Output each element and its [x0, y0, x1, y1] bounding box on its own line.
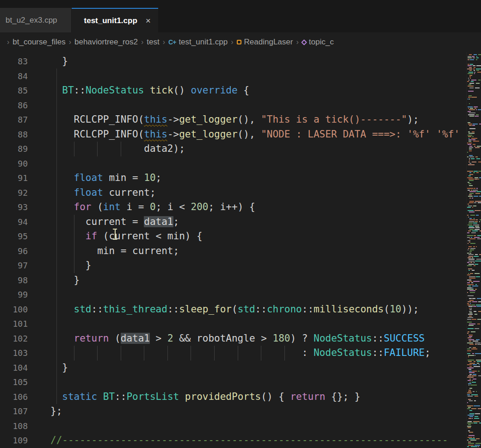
line-number[interactable]: 89: [0, 142, 28, 156]
line-number[interactable]: 104: [0, 361, 28, 375]
code-line[interactable]: current = data1;: [50, 215, 466, 230]
minimap-row: [467, 183, 481, 184]
line-number[interactable]: 86: [0, 98, 28, 113]
minimap-row: [467, 400, 481, 401]
minimap-row: [467, 235, 481, 236]
code-line[interactable]: static BT::PortsList providedPorts() { r…: [50, 390, 466, 404]
code-line[interactable]: for (int i = 0; i < 200; i++) {: [50, 200, 466, 215]
close-icon[interactable]: ×: [146, 16, 151, 26]
line-number-gutter[interactable]: 8384858687888990919293949596979899100101…: [0, 52, 35, 448]
breadcrumb-item-topic[interactable]: topic_c: [302, 37, 334, 47]
tab-bt-u2-ex3[interactable]: bt_u2_ex3.cpp: [0, 8, 72, 32]
line-number[interactable]: 103: [0, 346, 28, 361]
line-number[interactable]: 85: [0, 83, 28, 98]
minimap-row: [467, 314, 481, 315]
line-number[interactable]: 100: [0, 302, 28, 317]
minimap[interactable]: [466, 52, 481, 448]
breadcrumb-item-behaviortree-ros2[interactable]: behaviortree_ros2: [74, 37, 138, 47]
code-line[interactable]: }: [50, 258, 466, 273]
line-number[interactable]: 83: [0, 54, 28, 69]
minimap-row: [467, 230, 481, 231]
minimap-row: [467, 424, 481, 425]
line-number[interactable]: 87: [0, 112, 28, 127]
line-number[interactable]: 98: [0, 273, 28, 288]
minimap-row: [467, 248, 481, 249]
line-number[interactable]: 93: [0, 200, 28, 215]
code-token: get_logger: [179, 114, 237, 125]
breadcrumb-item-test[interactable]: test: [147, 37, 159, 47]
minimap-row: [467, 221, 481, 222]
line-number[interactable]: 94: [0, 215, 28, 230]
code-line[interactable]: RCLCPP_INFO(this->get_logger(), "NODE : …: [50, 127, 466, 142]
line-number[interactable]: 97: [0, 258, 28, 273]
code-token: //--------------------------------------…: [50, 435, 448, 446]
line-number[interactable]: 96: [0, 244, 28, 259]
line-number[interactable]: 92: [0, 186, 28, 200]
code-line[interactable]: }: [50, 54, 466, 69]
line-number[interactable]: 90: [0, 156, 28, 171]
minimap-row: [467, 139, 481, 140]
minimap-row: [467, 70, 481, 71]
code-token: (),: [238, 129, 261, 140]
minimap-row: [467, 308, 481, 309]
tab-test-unit1[interactable]: test_unit1.cpp ×: [72, 8, 158, 32]
code-line[interactable]: [50, 98, 466, 113]
minimap-row: [467, 399, 481, 400]
code-line[interactable]: BT::NodeStatus tick() override {: [50, 83, 466, 98]
code-line[interactable]: }: [50, 361, 466, 375]
minimap-row: [467, 426, 481, 427]
minimap-row: [467, 430, 481, 431]
code-line[interactable]: float current;: [50, 186, 466, 200]
line-number[interactable]: 106: [0, 390, 28, 404]
minimap-row: [467, 80, 481, 81]
line-number[interactable]: 105: [0, 375, 28, 390]
code-line[interactable]: data2);: [50, 142, 466, 156]
line-number[interactable]: 109: [0, 433, 28, 448]
code-line[interactable]: [50, 156, 466, 171]
code-line[interactable]: [50, 375, 466, 390]
line-number[interactable]: 102: [0, 331, 28, 346]
code-token: ;: [425, 347, 431, 358]
minimap-row: [467, 410, 481, 411]
code-area[interactable]: } BT::NodeStatus tick() override { RCLCP…: [35, 52, 466, 448]
code-line[interactable]: [50, 419, 466, 434]
line-number[interactable]: 88: [0, 127, 28, 142]
code-line[interactable]: return (data1 > 2 && robotAngle > 180) ?…: [50, 331, 466, 346]
breadcrumb-item-file[interactable]: C+ test_unit1.cpp: [168, 37, 228, 47]
cpp-file-icon: C+: [168, 38, 176, 46]
breadcrumb-item-bt-course-files[interactable]: bt_course_files: [12, 37, 65, 47]
code-line[interactable]: [50, 69, 466, 84]
line-number[interactable]: 107: [0, 404, 28, 419]
line-number[interactable]: 91: [0, 171, 28, 186]
line-number[interactable]: 101: [0, 317, 28, 331]
minimap-row: [467, 177, 481, 178]
minimap-row: [467, 388, 481, 389]
code-line[interactable]: RCLCPP_INFO(this->get_logger(), "This is…: [50, 112, 466, 127]
line-number[interactable]: 84: [0, 69, 28, 84]
minimap-row: [467, 273, 481, 274]
code-line[interactable]: if (current < min) {: [50, 229, 466, 244]
code-line[interactable]: [50, 317, 466, 331]
code-line[interactable]: std::this_thread::sleep_for(std::chrono:…: [50, 302, 466, 317]
code-line[interactable]: //--------------------------------------…: [50, 433, 466, 448]
minimap-row: [467, 367, 481, 368]
minimap-row: [467, 363, 481, 364]
code-line[interactable]: min = current;: [50, 244, 466, 259]
minimap-row: [467, 416, 481, 417]
minimap-row: [467, 372, 481, 373]
line-number[interactable]: 99: [0, 287, 28, 302]
minimap-row: [467, 76, 481, 77]
minimap-row: [467, 306, 481, 307]
minimap-row: [467, 331, 481, 332]
breadcrumb-item-readinglaser[interactable]: ReadingLaser: [237, 37, 293, 47]
code-line[interactable]: }: [50, 273, 466, 288]
minimap-row: [467, 64, 481, 65]
code-line[interactable]: float min = 10;: [50, 171, 466, 186]
minimap-row: [467, 128, 481, 129]
code-line[interactable]: };: [50, 404, 466, 419]
code-line[interactable]: [50, 287, 466, 302]
code-token: milliseconds: [314, 304, 384, 315]
line-number[interactable]: 108: [0, 419, 28, 434]
line-number[interactable]: 95: [0, 229, 28, 244]
code-line[interactable]: : NodeStatus::FAILURE;: [50, 346, 466, 361]
